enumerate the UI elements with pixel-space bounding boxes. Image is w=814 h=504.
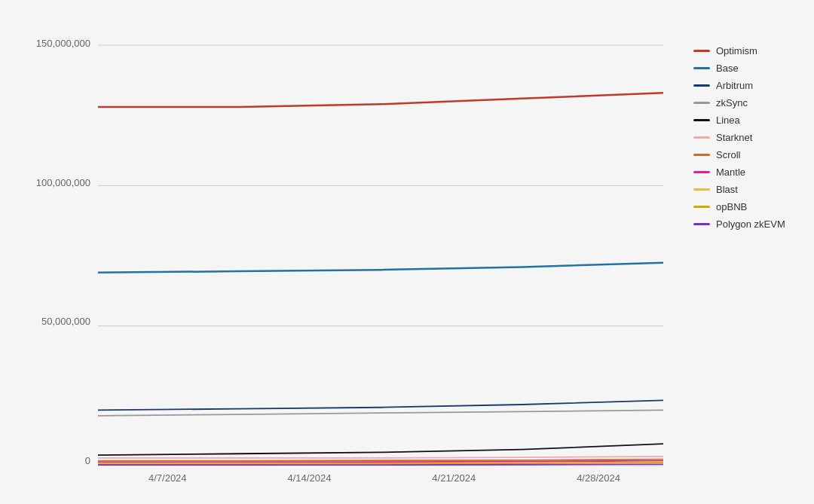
y-axis-label: 0: [85, 455, 90, 466]
legend-item: opBNB: [693, 201, 799, 212]
y-axis: 150,000,000100,000,00050,000,0000: [15, 38, 98, 489]
plot-area: 4/7/20244/14/20244/21/20244/28/2024: [98, 38, 671, 489]
series-line-polygon-zkevm: [98, 464, 663, 465]
legend-color-line: [693, 102, 710, 104]
series-line-base: [98, 263, 663, 273]
legend-item: zkSync: [693, 97, 799, 108]
legend: OptimismBaseArbitrumzkSyncLineaStarknetS…: [678, 38, 799, 489]
legend-item: Blast: [693, 184, 799, 195]
y-axis-label: 150,000,000: [36, 38, 90, 49]
series-line-linea: [98, 444, 663, 455]
legend-item: Mantle: [693, 166, 799, 178]
series-line-arbitrum: [98, 400, 663, 410]
chart-svg: [98, 38, 671, 466]
legend-color-line: [693, 171, 710, 173]
series-line-scroll: [98, 460, 663, 461]
x-axis-label: 4/21/2024: [432, 472, 476, 489]
x-axis-label: 4/7/2024: [148, 472, 187, 489]
legend-label-text: opBNB: [716, 201, 747, 212]
legend-label-text: Blast: [716, 184, 738, 195]
series-line-starknet: [98, 457, 663, 458]
x-axis: 4/7/20244/14/20244/21/20244/28/2024: [98, 466, 671, 489]
legend-item: Scroll: [693, 149, 799, 160]
x-axis-label: 4/28/2024: [577, 472, 620, 489]
legend-label-text: Linea: [716, 115, 740, 126]
x-axis-label: 4/14/2024: [288, 472, 332, 489]
chart-area: 150,000,000100,000,00050,000,0000 4/7/20…: [15, 38, 671, 489]
series-line-zksync: [98, 410, 663, 415]
series-line-optimism: [98, 93, 663, 107]
y-axis-label: 50,000,000: [41, 316, 90, 327]
legend-color-line: [693, 84, 710, 87]
legend-color-line: [693, 67, 710, 69]
legend-item: Starknet: [693, 132, 799, 143]
legend-color-line: [693, 50, 710, 52]
y-axis-label: 100,000,000: [36, 177, 90, 188]
chart-body: 150,000,000100,000,00050,000,0000 4/7/20…: [15, 38, 799, 489]
legend-label-text: Mantle: [716, 166, 745, 178]
legend-color-line: [693, 223, 710, 225]
legend-label-text: Scroll: [716, 149, 741, 160]
grid-and-lines: [98, 38, 671, 466]
legend-label-text: zkSync: [716, 97, 748, 108]
legend-item: Base: [693, 63, 799, 74]
chart-container: 150,000,000100,000,00050,000,0000 4/7/20…: [0, 0, 814, 504]
legend-color-line: [693, 119, 710, 121]
legend-item: Optimism: [693, 45, 799, 57]
legend-color-line: [693, 154, 710, 156]
legend-label-text: Base: [716, 63, 739, 74]
legend-item: Arbitrum: [693, 80, 799, 91]
legend-label-text: Starknet: [716, 132, 752, 143]
legend-item: Linea: [693, 115, 799, 126]
legend-color-line: [693, 136, 710, 139]
legend-color-line: [693, 206, 710, 208]
legend-label-text: Polygon zkEVM: [716, 218, 785, 230]
legend-label-text: Arbitrum: [716, 80, 753, 91]
legend-label-text: Optimism: [716, 45, 757, 57]
legend-color-line: [693, 188, 710, 191]
legend-item: Polygon zkEVM: [693, 218, 799, 230]
